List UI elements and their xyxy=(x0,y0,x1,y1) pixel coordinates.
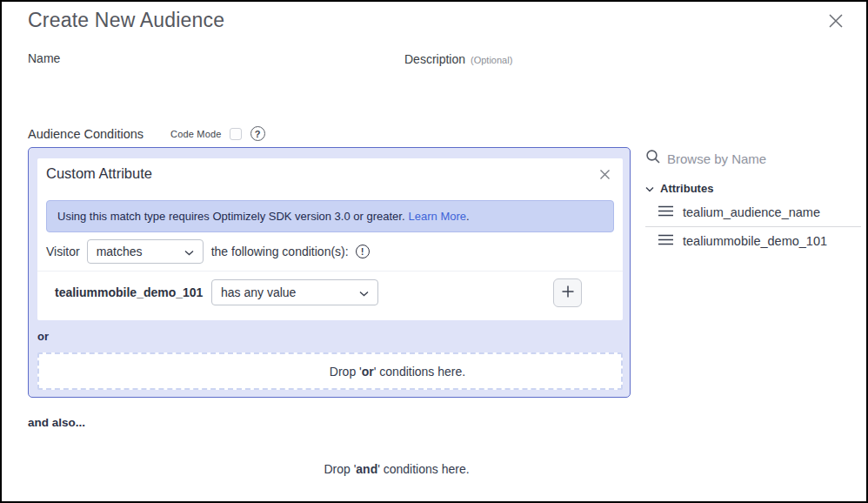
list-item-label: tealium_audience_name xyxy=(683,205,820,219)
close-icon[interactable] xyxy=(826,11,845,30)
search-input[interactable] xyxy=(667,151,841,166)
card-divider xyxy=(37,271,623,272)
create-audience-dialog: Create New Audience Name Description(Opt… xyxy=(0,0,868,503)
match-type-select[interactable]: matches xyxy=(87,239,204,264)
info-icon[interactable]: ! xyxy=(356,245,370,258)
help-icon[interactable]: ? xyxy=(250,126,265,141)
and-drop-text: Drop 'and' conditions here. xyxy=(324,462,469,476)
add-condition-button[interactable] xyxy=(553,278,582,307)
or-label: or xyxy=(37,330,49,343)
name-input[interactable] xyxy=(28,68,376,92)
condition-row: tealiummobile_demo_101 has any value xyxy=(37,278,623,307)
drag-handle-icon xyxy=(658,233,674,249)
audience-conditions-label: Audience Conditions xyxy=(28,127,144,141)
audience-conditions-canvas: Custom Attribute Using this match type r… xyxy=(28,147,631,398)
and-dropzone[interactable]: Drop 'and' conditions here. xyxy=(28,460,631,478)
drag-handle-icon xyxy=(658,205,674,220)
attributes-group-label: Attributes xyxy=(660,182,713,195)
list-item[interactable]: tealiummobile_demo_101 xyxy=(645,228,861,254)
search-row xyxy=(645,145,861,171)
custom-attribute-card: Custom Attribute Using this match type r… xyxy=(37,158,623,320)
code-mode-checkbox[interactable] xyxy=(230,128,242,140)
remove-condition-icon[interactable] xyxy=(598,168,611,181)
page-title: Create New Audience xyxy=(28,9,224,32)
name-label: Name xyxy=(28,51,60,65)
search-icon xyxy=(645,149,661,168)
condition-attribute-name: tealiummobile_demo_101 xyxy=(55,285,203,299)
custom-attribute-title: Custom Attribute xyxy=(46,165,152,182)
chevron-down-icon xyxy=(359,285,369,299)
or-drop-text: Drop 'or' conditions here. xyxy=(330,365,465,379)
visitor-suffix-label: the following condition(s): xyxy=(211,245,349,258)
match-type-value: matches xyxy=(97,245,143,258)
plus-icon xyxy=(561,285,575,302)
operator-select[interactable]: has any value xyxy=(211,279,378,305)
sdk-banner-period: . xyxy=(466,210,470,223)
sdk-banner-text: Using this match type requires Optimizel… xyxy=(57,210,405,223)
learn-more-link[interactable]: Learn More xyxy=(409,210,466,223)
sdk-version-banner: Using this match type requires Optimizel… xyxy=(46,200,614,232)
description-input[interactable] xyxy=(404,68,770,106)
operator-value: has any value xyxy=(221,285,296,299)
list-item-label: tealiummobile_demo_101 xyxy=(683,234,827,248)
description-label: Description(Optional) xyxy=(404,52,512,66)
visitor-label: Visitor xyxy=(46,245,80,258)
code-mode-label: Code Mode xyxy=(170,129,222,139)
chevron-down-icon xyxy=(184,245,194,258)
attribute-browser-sidebar: Attributes tealium_audience_name tealium… xyxy=(645,145,861,254)
audience-conditions-header: Audience Conditions Code Mode ? xyxy=(28,126,265,141)
chevron-down-icon xyxy=(645,180,654,196)
list-item[interactable]: tealium_audience_name xyxy=(645,199,861,225)
description-optional-text: (Optional) xyxy=(471,55,512,65)
divider xyxy=(645,226,861,227)
description-label-text: Description xyxy=(404,52,465,66)
and-also-label: and also... xyxy=(28,416,85,429)
attributes-group-toggle[interactable]: Attributes xyxy=(645,177,861,199)
or-dropzone[interactable]: Drop 'or' conditions here. xyxy=(37,352,623,390)
visitor-match-row: Visitor matches the following condition(… xyxy=(46,239,370,264)
